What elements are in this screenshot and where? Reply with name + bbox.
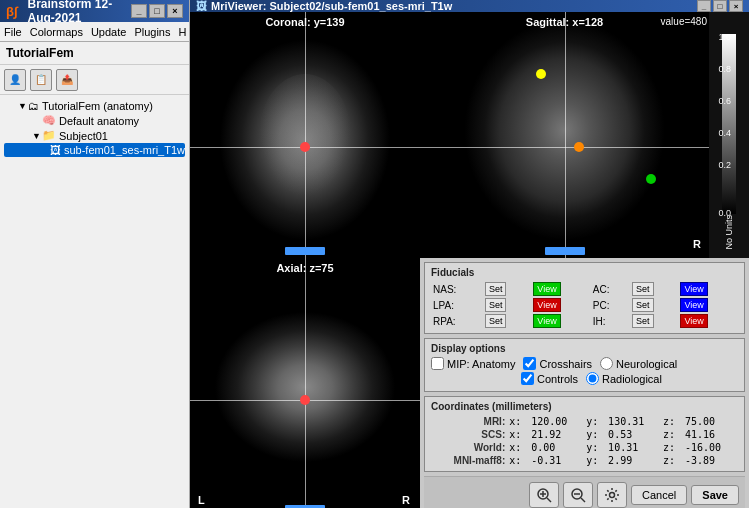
close-button-bs[interactable]: × bbox=[167, 4, 183, 18]
controls-label[interactable]: Controls bbox=[521, 372, 578, 385]
zoom-out-button[interactable] bbox=[563, 482, 593, 508]
fid-ih-label: IH: bbox=[591, 313, 630, 329]
ih-view-btn[interactable]: View bbox=[680, 314, 707, 328]
ih-set-btn[interactable]: Set bbox=[632, 314, 654, 328]
sagittal-slider[interactable] bbox=[545, 247, 585, 255]
world-y-label: y: bbox=[584, 441, 606, 454]
radiological-option[interactable]: Radiological bbox=[586, 372, 662, 385]
crosshairs-label[interactable]: Crosshairs bbox=[523, 357, 592, 370]
fid-ac-label: AC: bbox=[591, 281, 630, 297]
maximize-mri-button[interactable]: □ bbox=[713, 0, 727, 12]
controls-area: Fiducials NAS: Set View AC: Set View LPA… bbox=[420, 258, 749, 508]
toolbar-btn-2[interactable]: 📋 bbox=[30, 69, 52, 91]
fid-nas-label: NAS: bbox=[431, 281, 483, 297]
mriviewer-title: MriViewer: Subject02/sub-fem01_ses-mri_T… bbox=[211, 0, 695, 12]
toolbar-btn-3[interactable]: 📤 bbox=[56, 69, 78, 91]
world-label: World: bbox=[431, 441, 507, 454]
cb-unit: No Units bbox=[724, 215, 734, 250]
zoom-in-button[interactable] bbox=[529, 482, 559, 508]
mri-label: MRI: bbox=[431, 415, 507, 428]
close-mri-button[interactable]: × bbox=[729, 0, 743, 12]
mni-y-val: 2.99 bbox=[606, 454, 661, 467]
mni-label: MNI-maff8: bbox=[431, 454, 507, 467]
mriviewer-titlebar: 🖼 MriViewer: Subject02/sub-fem01_ses-mri… bbox=[190, 0, 749, 12]
maximize-button[interactable]: □ bbox=[149, 4, 165, 18]
nas-view-btn[interactable]: View bbox=[533, 282, 560, 296]
svg-line-5 bbox=[581, 498, 585, 502]
axial-fiducial-dot bbox=[300, 395, 310, 405]
menu-update[interactable]: Update bbox=[91, 26, 126, 38]
coordinates-section: Coordinates (millimeters) MRI: x: 120.00… bbox=[424, 396, 745, 472]
tree-item-2[interactable]: ▼ 📁 Subject01 bbox=[4, 128, 185, 143]
coordinates-table: MRI: x: 120.00 y: 130.31 z: 75.00 SCS: x… bbox=[431, 415, 738, 467]
radiological-radio[interactable] bbox=[586, 372, 599, 385]
label-1: Default anatomy bbox=[59, 115, 139, 127]
tree-item-0[interactable]: ▼ 🗂 TutorialFem (anatomy) bbox=[4, 99, 185, 113]
coord-row-world: World: x: 0.00 y: 10.31 z: -16.00 bbox=[431, 441, 738, 454]
mip-anatomy-label[interactable]: MIP: Anatomy bbox=[431, 357, 515, 370]
lpa-set-btn[interactable]: Set bbox=[485, 298, 507, 312]
minimize-button[interactable]: _ bbox=[131, 4, 147, 18]
mri-z-label: z: bbox=[661, 415, 683, 428]
tree-item-3[interactable]: 🖼 sub-fem01_ses-mri_T1w bbox=[4, 143, 185, 157]
mri-y-label: y: bbox=[584, 415, 606, 428]
coronal-slider[interactable] bbox=[285, 247, 325, 255]
scs-z-val: 41.16 bbox=[683, 428, 738, 441]
pc-view-btn[interactable]: View bbox=[680, 298, 707, 312]
arrow-2: ▼ bbox=[32, 131, 42, 141]
fid-pc-label: PC: bbox=[591, 297, 630, 313]
icon-1: 🧠 bbox=[42, 114, 56, 127]
controls-checkbox[interactable] bbox=[521, 372, 534, 385]
mri-icon: 🖼 bbox=[196, 0, 207, 12]
axial-r-label: R bbox=[402, 494, 410, 506]
ac-view-btn[interactable]: View bbox=[680, 282, 707, 296]
nas-set-btn[interactable]: Set bbox=[485, 282, 507, 296]
coord-row-scs: SCS: x: 21.92 y: 0.53 z: 41.16 bbox=[431, 428, 738, 441]
sagittal-dot-orange bbox=[574, 142, 584, 152]
bs-toolbar: 👤 📋 📤 bbox=[0, 65, 189, 95]
disp-row-1: MIP: Anatomy Crosshairs Neurological bbox=[431, 357, 738, 370]
cb-label-04: 0.4 bbox=[718, 128, 731, 138]
sagittal-view[interactable]: Sagittal: x=128 R bbox=[420, 12, 709, 258]
scs-y-val: 0.53 bbox=[606, 428, 661, 441]
crosshairs-checkbox[interactable] bbox=[523, 357, 536, 370]
brainstorm-titlebar: β∫ Brainstorm 12-Aug-2021 _ □ × bbox=[0, 0, 189, 22]
lpa-view-btn[interactable]: View bbox=[533, 298, 560, 312]
label-0: TutorialFem (anatomy) bbox=[42, 100, 153, 112]
menu-file[interactable]: File bbox=[4, 26, 22, 38]
mni-x-label: x: bbox=[507, 454, 529, 467]
mriviewer-panel: 🖼 MriViewer: Subject02/sub-fem01_ses-mri… bbox=[190, 0, 749, 508]
value-display: value=480 bbox=[661, 16, 707, 27]
rpa-view-btn[interactable]: View bbox=[533, 314, 560, 328]
coord-row-mri: MRI: x: 120.00 y: 130.31 z: 75.00 bbox=[431, 415, 738, 428]
minimize-mri-button[interactable]: _ bbox=[697, 0, 711, 12]
cancel-button[interactable]: Cancel bbox=[631, 485, 687, 505]
save-button[interactable]: Save bbox=[691, 485, 739, 505]
coordinates-title: Coordinates (millimeters) bbox=[431, 401, 738, 412]
tree-item-1[interactable]: 🧠 Default anatomy bbox=[4, 113, 185, 128]
mri-y-val: 130.31 bbox=[606, 415, 661, 428]
label-3: sub-fem01_ses-mri_T1w bbox=[64, 144, 185, 156]
menu-bar: File Colormaps Update Plugins H bbox=[0, 22, 189, 42]
fid-rpa-label: RPA: bbox=[431, 313, 483, 329]
settings-button[interactable] bbox=[597, 482, 627, 508]
bs-logo-icon: β∫ bbox=[6, 4, 18, 19]
mip-anatomy-checkbox[interactable] bbox=[431, 357, 444, 370]
toolbar-btn-1[interactable]: 👤 bbox=[4, 69, 26, 91]
neurological-radio[interactable] bbox=[600, 357, 613, 370]
coronal-view[interactable]: Coronal: y=139 bbox=[190, 12, 420, 258]
icon-2: 📁 bbox=[42, 129, 56, 142]
sagittal-r-label: R bbox=[693, 238, 701, 250]
menu-colormaps[interactable]: Colormaps bbox=[30, 26, 83, 38]
neurological-option[interactable]: Neurological bbox=[600, 357, 677, 370]
menu-h[interactable]: H bbox=[178, 26, 186, 38]
scs-z-label: z: bbox=[661, 428, 683, 441]
axial-crosshair-v bbox=[305, 258, 306, 508]
axial-l-label: L bbox=[198, 494, 205, 506]
pc-set-btn[interactable]: Set bbox=[632, 298, 654, 312]
ac-set-btn[interactable]: Set bbox=[632, 282, 654, 296]
rpa-set-btn[interactable]: Set bbox=[485, 314, 507, 328]
axial-label: Axial: z=75 bbox=[276, 262, 333, 274]
axial-view[interactable]: Axial: z=75 L R bbox=[190, 258, 420, 508]
menu-plugins[interactable]: Plugins bbox=[134, 26, 170, 38]
